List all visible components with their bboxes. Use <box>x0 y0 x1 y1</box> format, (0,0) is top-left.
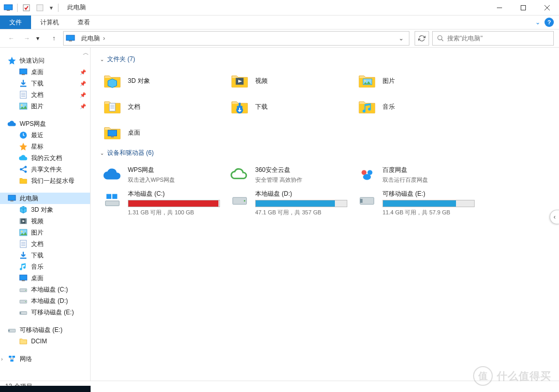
drive-item[interactable]: 本地磁盘 (C:) 1.31 GB 可用，共 100 GB <box>100 187 227 219</box>
tree-label: 可移动磁盘 (E:) <box>20 326 63 335</box>
nav-back-button[interactable]: ← <box>5 32 18 45</box>
tree-item[interactable]: 文档 <box>0 238 90 250</box>
drive-name: 百度网盘 <box>383 166 428 175</box>
svg-rect-14 <box>20 86 26 87</box>
nav-up-button[interactable]: ↑ <box>48 32 60 45</box>
minimize-button[interactable] <box>488 0 511 16</box>
svg-rect-38 <box>20 258 26 259</box>
tree-item[interactable]: 最近 <box>0 129 90 141</box>
tree-root-network[interactable]: ›网络 <box>0 353 90 365</box>
svg-rect-66 <box>107 194 112 199</box>
maximize-button[interactable] <box>511 0 535 16</box>
ribbon-expand-icon[interactable]: ⌄ <box>535 19 540 26</box>
nav-history-button[interactable]: ▾ <box>36 35 45 42</box>
folder-item[interactable]: 图片 <box>355 68 482 94</box>
doc-icon <box>19 239 28 249</box>
tree-label: 3D 对象 <box>31 206 53 214</box>
folder-name: 视频 <box>255 77 268 85</box>
tree-item[interactable]: 共享文件夹 <box>0 164 90 175</box>
folder-name: 音乐 <box>383 103 395 111</box>
section-folders-header[interactable]: ⌄ 文件夹 (7) <box>100 55 550 64</box>
tree-item[interactable]: 我的云文档 <box>0 152 90 164</box>
tree-label: 最近 <box>31 131 43 140</box>
expand-icon[interactable]: › <box>1 356 7 362</box>
drive-item[interactable]: 可移动磁盘 (E:) 11.4 GB 可用，共 57.9 GB <box>355 187 482 219</box>
svg-rect-12 <box>20 69 27 74</box>
quick-access-dropdown-icon[interactable] <box>34 2 46 13</box>
folder-item[interactable]: 音乐 <box>355 94 482 120</box>
navbar: ← → ▾ ↑ 此电脑 › ⌄ 搜索"此电脑" <box>0 29 559 48</box>
360-icon <box>229 164 250 185</box>
nav-forward-button[interactable]: → <box>21 32 33 45</box>
picture-icon <box>19 228 28 237</box>
help-icon[interactable]: ? <box>545 18 554 27</box>
folder-icon <box>102 70 123 91</box>
cloud-drive-item[interactable]: 360安全云盘 安全管理 高效协作 <box>227 162 355 187</box>
tab-view[interactable]: 查看 <box>68 16 99 29</box>
search-input[interactable]: 搜索"此电脑" <box>432 31 554 46</box>
breadcrumb-root[interactable]: 此电脑 <box>79 34 102 43</box>
folder-item[interactable]: 3D 对象 <box>100 68 227 94</box>
tree-item[interactable]: 图片📌 <box>0 100 90 112</box>
search-placeholder: 搜索"此电脑" <box>447 34 483 43</box>
tree-item[interactable]: 下载 <box>0 250 90 261</box>
tree-root-quick[interactable]: 快速访问 <box>0 55 90 66</box>
tree-item[interactable]: 本地磁盘 (D:) <box>0 295 90 307</box>
drive-item[interactable]: 本地磁盘 (D:) 47.1 GB 可用，共 357 GB <box>227 187 355 219</box>
tree-item[interactable]: 星标 <box>0 141 90 152</box>
tree-item[interactable]: 视频 <box>0 215 90 227</box>
tab-file[interactable]: 文件 <box>0 16 31 29</box>
close-button[interactable] <box>535 0 559 16</box>
tree-label: 星标 <box>31 142 43 151</box>
folder-item[interactable]: 视频 <box>227 68 355 94</box>
drive-free: 1.31 GB 可用，共 100 GB <box>128 209 220 216</box>
download-icon <box>19 251 28 260</box>
address-bar[interactable]: 此电脑 › ⌄ <box>63 31 409 46</box>
tree-root-usb[interactable]: 可移动磁盘 (E:) <box>0 324 90 336</box>
svg-rect-65 <box>106 201 120 206</box>
tree-item[interactable]: 我们一起捉水母 <box>0 175 90 186</box>
folder-item[interactable]: 文档 <box>100 94 227 120</box>
chevron-down-icon[interactable]: ▾ <box>48 2 55 13</box>
svg-point-69 <box>244 200 245 201</box>
svg-rect-49 <box>9 356 11 358</box>
chevron-right-icon[interactable]: › <box>102 35 106 42</box>
tree-item[interactable]: 3D 对象 <box>0 204 90 215</box>
drive-free: 11.4 GB 可用，共 57.9 GB <box>383 209 475 216</box>
tab-computer[interactable]: 计算机 <box>31 16 68 29</box>
tree-item[interactable]: 本地磁盘 (C:) <box>0 284 90 295</box>
tree-item[interactable]: 桌面📌 <box>0 66 90 78</box>
tree-root-thispc[interactable]: 此电脑 <box>0 193 90 204</box>
pin-icon: 📌 <box>80 104 86 109</box>
svg-rect-61 <box>111 136 114 138</box>
cloud-drive-item[interactable]: WPS网盘 双击进入WPS网盘 <box>100 162 227 187</box>
cloud-drive-item[interactable]: 百度网盘 双击运行百度网盘 <box>355 162 482 187</box>
share-icon <box>19 165 28 174</box>
folder-icon <box>229 70 250 91</box>
tree-item[interactable]: 文档📌 <box>0 89 90 100</box>
refresh-button[interactable] <box>415 31 429 46</box>
clock-icon <box>19 130 28 140</box>
tree-label: 图片 <box>31 228 43 237</box>
svg-point-64 <box>363 174 371 180</box>
section-drives-header[interactable]: ⌄ 设备和驱动器 (6) <box>100 149 550 157</box>
watermark-text: 什么值得买 <box>497 369 551 383</box>
window-title: 此电脑 <box>62 3 86 12</box>
tree-item[interactable]: 下载📌 <box>0 78 90 89</box>
tree-item[interactable]: 音乐 <box>0 261 90 272</box>
svg-rect-28 <box>10 200 13 201</box>
tree-label: 可移动磁盘 (E:) <box>31 308 74 317</box>
address-dropdown-icon[interactable]: ⌄ <box>395 35 407 42</box>
tree-root-wpsroot[interactable]: WPS网盘 <box>0 118 90 129</box>
tree-item[interactable]: 桌面 <box>0 272 90 284</box>
folder-item[interactable]: 桌面 <box>100 120 227 146</box>
drive-name: 360安全云盘 <box>255 166 302 175</box>
tree-item[interactable]: 可移动磁盘 (E:) <box>0 307 90 318</box>
tree-label: 网络 <box>20 355 32 364</box>
folder-item[interactable]: 下载 <box>227 94 355 120</box>
quick-access-prop-icon[interactable] <box>21 2 32 13</box>
tree-label: 下载 <box>31 79 43 88</box>
tree-item[interactable]: DCIM <box>0 336 90 347</box>
tree-item[interactable]: 图片 <box>0 227 90 238</box>
cloud-icon <box>19 153 28 163</box>
